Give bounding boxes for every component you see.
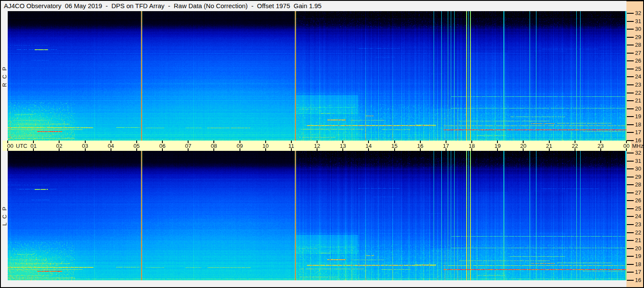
freq-tick-label: 19 xyxy=(635,253,644,259)
freq-tick xyxy=(627,192,634,193)
freq-tick-label: 27 xyxy=(635,189,644,196)
time-hour-label: 04 xyxy=(108,143,114,149)
spectrograph-window: AJ4CO Observatory 06 May 2019 - DPS on T… xyxy=(0,0,644,288)
time-hour-label: 07 xyxy=(185,143,191,149)
freq-tick-label: 22 xyxy=(635,229,644,236)
rcp-polarization-label: R C P xyxy=(1,66,8,87)
time-hour-label: 10 xyxy=(262,143,268,149)
freq-tick xyxy=(627,69,634,69)
freq-tick xyxy=(627,184,634,185)
freq-tick xyxy=(627,116,634,117)
freq-tick xyxy=(627,84,634,85)
freq-tick xyxy=(627,168,634,169)
time-hour-label: 09 xyxy=(237,143,243,149)
freq-tick-label: 24 xyxy=(635,73,644,80)
freq-tick xyxy=(627,200,634,201)
freq-tick-label: 27 xyxy=(635,50,644,56)
freq-tick-label: 30 xyxy=(635,165,644,172)
freq-tick-label: 32 xyxy=(635,150,644,156)
freq-tick-label: 31 xyxy=(635,18,644,24)
freq-tick-label: 29 xyxy=(635,174,644,180)
freq-tick xyxy=(627,240,634,241)
time-hour-label: 01 xyxy=(30,143,36,149)
freq-tick xyxy=(627,53,634,54)
freq-tick xyxy=(627,13,634,14)
time-hour-label: 11 xyxy=(288,143,294,149)
freq-tick xyxy=(627,93,634,93)
freq-tick xyxy=(627,280,634,281)
time-hour-label: 02 xyxy=(56,143,62,149)
freq-tick xyxy=(627,29,634,30)
freq-tick xyxy=(627,132,634,133)
freq-tick xyxy=(627,248,634,249)
window-title: AJ4CO Observatory 06 May 2019 - DPS on T… xyxy=(1,1,626,11)
freq-tick-label: 28 xyxy=(635,181,644,188)
time-hour-label: 20 xyxy=(520,143,526,149)
time-hour-label: 13 xyxy=(340,143,346,149)
time-hour-label: 22 xyxy=(572,143,578,149)
time-hour-label: 03 xyxy=(82,143,88,149)
freq-tick-label: 18 xyxy=(635,121,644,128)
mhz-unit-label: MHz xyxy=(632,143,644,149)
time-hour-label: 06 xyxy=(159,143,165,149)
freq-tick-label: 21 xyxy=(635,97,644,104)
time-hour-label: 14 xyxy=(365,143,371,149)
time-axis-strip: 0001020304050607080910111213141516171819… xyxy=(3,141,631,151)
freq-tick-label: 17 xyxy=(635,129,644,135)
freq-tick-label: 26 xyxy=(635,57,644,64)
freq-tick-label: 24 xyxy=(635,213,644,219)
freq-tick-label: 19 xyxy=(635,113,644,120)
time-hour-label: 00 xyxy=(623,143,629,149)
time-hour-label: 18 xyxy=(469,143,475,149)
freq-tick xyxy=(627,76,634,77)
freq-tick xyxy=(627,161,634,162)
time-hour-label: 15 xyxy=(391,143,397,149)
freq-tick xyxy=(627,264,634,265)
time-hour-label: 19 xyxy=(494,143,500,149)
freq-tick-label: 25 xyxy=(635,66,644,72)
freq-tick xyxy=(627,124,634,125)
freq-tick xyxy=(627,232,634,233)
freq-tick-label: 29 xyxy=(635,34,644,40)
freq-tick-label: 16 xyxy=(635,277,644,283)
freq-tick-label: 23 xyxy=(635,221,644,228)
freq-tick xyxy=(627,100,634,101)
freq-tick xyxy=(627,256,634,257)
freq-tick-label: 18 xyxy=(635,261,644,267)
freq-tick-label: 25 xyxy=(635,205,644,212)
freq-tick xyxy=(627,21,634,22)
freq-tick-label: 21 xyxy=(635,237,644,243)
time-hour-label: 12 xyxy=(314,143,320,149)
freq-tick xyxy=(627,45,634,45)
rcp-spectrogram xyxy=(8,11,626,141)
lcp-spectrogram xyxy=(8,151,626,280)
time-hour-label: 16 xyxy=(417,143,423,149)
freq-tick xyxy=(627,272,634,273)
time-hour-label: 23 xyxy=(598,143,604,149)
freq-tick-label: 26 xyxy=(635,197,644,204)
time-hour-label: 08 xyxy=(211,143,217,149)
freq-tick xyxy=(627,224,634,225)
freq-tick xyxy=(627,208,634,209)
time-hour-label: 00 xyxy=(7,143,13,149)
freq-tick-label: 30 xyxy=(635,26,644,32)
freq-tick xyxy=(627,37,634,38)
time-hour-label: 17 xyxy=(443,143,449,149)
bottom-gutter xyxy=(1,280,626,287)
freq-tick-label: 17 xyxy=(635,269,644,275)
freq-tick xyxy=(627,108,634,109)
freq-tick-label: 20 xyxy=(635,245,644,252)
freq-tick-label: 32 xyxy=(635,10,644,16)
freq-tick-label: 23 xyxy=(635,81,644,88)
freq-tick xyxy=(627,216,634,217)
freq-tick-label: 22 xyxy=(635,90,644,96)
time-hour-label: 21 xyxy=(546,143,552,149)
freq-tick-label: 28 xyxy=(635,42,644,48)
freq-tick xyxy=(627,177,634,177)
freq-tick xyxy=(627,140,634,141)
freq-tick xyxy=(627,60,634,61)
freq-tick xyxy=(627,153,634,153)
freq-tick-label: 31 xyxy=(635,158,644,164)
lcp-polarization-label: L C P xyxy=(1,205,8,225)
freq-tick-label: 20 xyxy=(635,105,644,112)
